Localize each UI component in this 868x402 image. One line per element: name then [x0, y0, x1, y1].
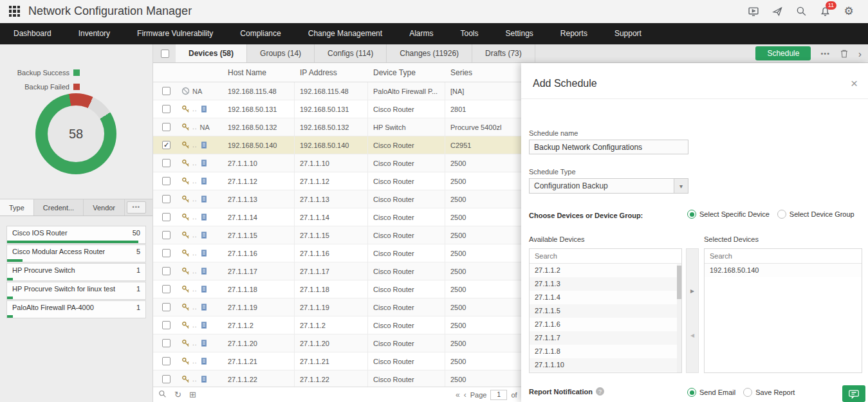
column-host-name[interactable]: Host Name: [223, 68, 295, 77]
inventory-tab[interactable]: Drafts (73): [472, 44, 535, 62]
device-type-stat-item[interactable]: PaloAlto Firewall PA-4000 1: [6, 300, 146, 318]
selected-device-item[interactable]: 192.168.50.140: [705, 264, 862, 277]
radio-option[interactable]: Select Specific Device: [687, 210, 770, 219]
more-actions-button[interactable]: •••: [820, 50, 830, 57]
nav-item[interactable]: Inventory: [65, 23, 124, 44]
radio-option[interactable]: Send Email: [687, 388, 735, 397]
device-type-cell: Cisco Router: [368, 352, 445, 370]
table-search-icon[interactable]: [158, 390, 167, 399]
row-checkbox[interactable]: ✓: [162, 213, 171, 221]
inventory-tab[interactable]: Changes (11926): [387, 44, 472, 62]
available-device-item[interactable]: 27.1.1.10: [530, 358, 681, 372]
nav-item[interactable]: Firmware Vulnerability: [124, 23, 226, 44]
selected-devices-search-input[interactable]: [705, 249, 862, 263]
row-checkbox[interactable]: ✓: [162, 87, 171, 95]
feedback-button[interactable]: [842, 385, 865, 402]
ip-address-cell: 27.1.1.14: [295, 208, 368, 226]
stat-count: 1: [136, 285, 140, 293]
nav-item[interactable]: Compliance: [226, 23, 294, 44]
app-launcher-icon[interactable]: [9, 6, 20, 17]
schedule-button[interactable]: Schedule: [755, 46, 811, 60]
schedule-name-input[interactable]: [529, 140, 688, 154]
previous-page-icon[interactable]: ‹: [464, 390, 466, 399]
notification-count-badge: 11: [826, 1, 836, 10]
demo-screen-icon[interactable]: [747, 6, 760, 17]
device-type-stat-item[interactable]: Cisco IOS Router 50: [6, 226, 146, 244]
nav-item[interactable]: Tools: [447, 23, 492, 44]
legend-row: Backup Failed: [15, 83, 80, 91]
available-device-item[interactable]: 27.1.1.5: [530, 304, 681, 318]
device-type-stat-item[interactable]: HP Procurve Switch for linux test 1: [6, 282, 146, 300]
row-checkbox[interactable]: ✓: [162, 267, 171, 275]
available-device-item[interactable]: 27.1.1.6: [530, 318, 681, 331]
row-checkbox[interactable]: ✓: [162, 231, 171, 239]
move-left-icon[interactable]: ◂: [687, 331, 698, 340]
settings-gear-icon[interactable]: ⚙: [842, 6, 855, 17]
close-icon[interactable]: ×: [851, 77, 858, 89]
nav-item[interactable]: Alarms: [396, 23, 447, 44]
select-all-checkbox[interactable]: ✓: [161, 50, 169, 58]
row-checkbox[interactable]: ✓: [162, 159, 171, 167]
sidebar-tabs-more-button[interactable]: •••: [127, 201, 146, 214]
sidebar-tab[interactable]: Type: [0, 199, 34, 215]
credential-key-icon: [181, 105, 190, 113]
nav-item[interactable]: Support: [601, 23, 655, 44]
nav-item[interactable]: Change Management: [295, 23, 396, 44]
stat-count: 1: [136, 304, 140, 311]
row-checkbox[interactable]: ✓: [162, 285, 171, 293]
first-page-icon[interactable]: «: [456, 390, 460, 399]
column-ip-address[interactable]: IP Address: [295, 68, 368, 77]
refresh-icon[interactable]: ↻: [174, 390, 181, 399]
radio-option[interactable]: Save Report: [743, 388, 795, 397]
row-checkbox[interactable]: ✓: [162, 339, 171, 347]
row-checkbox[interactable]: ✓: [162, 375, 171, 383]
row-checkbox[interactable]: ✓: [162, 357, 171, 365]
device-type-cell: Cisco Router: [368, 136, 445, 154]
available-device-item[interactable]: 27.1.1.2: [530, 264, 681, 277]
collapse-panel-icon[interactable]: ›: [858, 48, 862, 59]
whats-new-rocket-icon[interactable]: [771, 6, 784, 17]
row-checkbox[interactable]: ✓: [162, 141, 171, 149]
available-device-item[interactable]: 27.1.1.3: [530, 277, 681, 291]
row-checkbox[interactable]: ✓: [162, 195, 171, 203]
available-device-item[interactable]: 27.1.1.7: [530, 331, 681, 345]
notifications-bell-icon[interactable]: 11: [818, 6, 831, 17]
row-checkbox[interactable]: ✓: [162, 123, 171, 131]
radio-option[interactable]: Select Device Group: [777, 210, 854, 219]
icon-overflow: ..: [192, 105, 198, 113]
available-devices-search-input[interactable]: [530, 249, 681, 263]
help-icon[interactable]: ?: [596, 387, 604, 396]
radio-label: Save Report: [755, 388, 795, 396]
inventory-tab[interactable]: Configs (114): [315, 44, 387, 62]
column-settings-icon[interactable]: ⊞: [189, 390, 196, 399]
sidebar-tab[interactable]: Vendor: [84, 199, 125, 215]
row-checkbox[interactable]: ✓: [162, 177, 171, 185]
row-checkbox[interactable]: ✓: [162, 321, 171, 329]
list-scrollbar[interactable]: [677, 264, 681, 372]
backup-status-donut-chart: 58: [35, 93, 116, 174]
inventory-tab[interactable]: Groups (14): [247, 44, 315, 62]
blocked-icon: [181, 87, 190, 95]
ip-address-cell: 27.1.1.10: [295, 154, 368, 172]
search-icon[interactable]: [795, 6, 808, 17]
device-type-stat-item[interactable]: Cisco Modular Access Router 5: [6, 244, 146, 262]
column-device-type[interactable]: Device Type: [368, 68, 445, 77]
inventory-tab[interactable]: Devices (58): [176, 44, 247, 62]
row-checkbox[interactable]: ✓: [162, 105, 171, 113]
nav-item[interactable]: Dashboard: [0, 23, 65, 44]
device-type-stat-item[interactable]: HP Procurve Switch 1: [6, 263, 146, 281]
page-number-input[interactable]: [490, 390, 507, 400]
available-device-item[interactable]: 27.1.1.8: [530, 345, 681, 358]
nav-item[interactable]: Reports: [547, 23, 601, 44]
sidebar-tab[interactable]: Credent...: [34, 199, 84, 215]
nav-item[interactable]: Settings: [492, 23, 547, 44]
row-checkbox[interactable]: ✓: [162, 303, 171, 311]
available-device-item[interactable]: 27.1.1.4: [530, 291, 681, 304]
move-right-icon[interactable]: ▸: [687, 286, 698, 295]
main-navigation-bar: Dashboard Inventory Firmware Vulnerabili…: [0, 23, 868, 44]
schedule-type-select[interactable]: Configuration Backup ▾: [529, 178, 688, 194]
delete-icon[interactable]: [840, 49, 849, 59]
credential-key-icon: [181, 267, 190, 275]
scrollbar-thumb[interactable]: [677, 266, 681, 299]
row-checkbox[interactable]: ✓: [162, 249, 171, 257]
